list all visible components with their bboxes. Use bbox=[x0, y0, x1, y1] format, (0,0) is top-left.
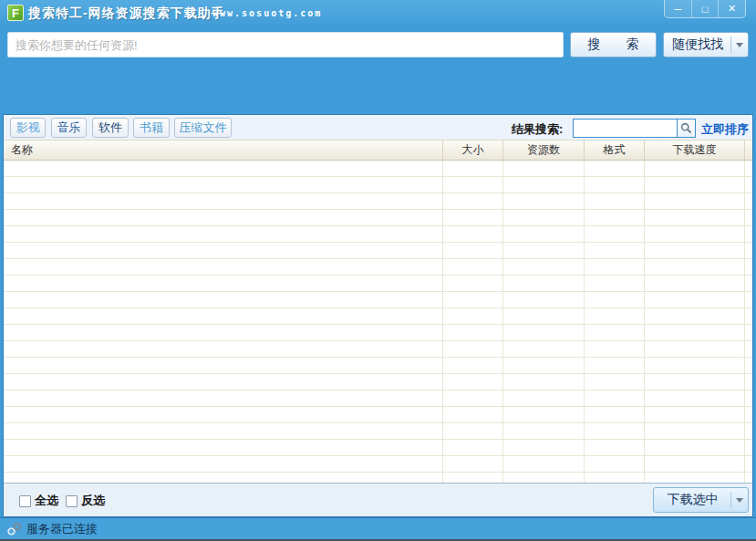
checkbox-icon[interactable] bbox=[19, 495, 31, 507]
app-icon: F bbox=[7, 5, 24, 21]
close-button[interactable]: ✕ bbox=[718, 0, 745, 17]
search-icon bbox=[680, 122, 692, 134]
result-search-label: 结果搜索: bbox=[512, 121, 563, 138]
column-header-format[interactable]: 格式 bbox=[584, 140, 644, 160]
column-gridline bbox=[442, 161, 443, 483]
selection-controls: 全选 反选 bbox=[19, 493, 105, 509]
category-tab-row: 影视 音乐 软件 书籍 压缩文件 结果搜索: 立即排序 bbox=[4, 115, 752, 140]
main-panel: 影视 音乐 软件 书籍 压缩文件 结果搜索: 立即排序 名称 大小 资源数 格式… bbox=[3, 114, 753, 517]
column-header-spacer bbox=[744, 140, 752, 160]
chevron-down-icon[interactable] bbox=[736, 43, 743, 47]
maximize-button[interactable]: □ bbox=[691, 0, 719, 17]
website-text: www.sosuotg.com bbox=[212, 8, 322, 18]
column-header-sources[interactable]: 资源数 bbox=[502, 140, 584, 160]
column-gridline bbox=[644, 161, 645, 483]
button-divider bbox=[730, 36, 731, 53]
tab-books[interactable]: 书籍 bbox=[133, 118, 170, 138]
tab-software[interactable]: 软件 bbox=[92, 118, 129, 138]
select-all-label: 全选 bbox=[35, 493, 58, 509]
titlebar: F 搜索特工-网络资源搜索下载助手 www.sosuotg.com ─ □ ✕ bbox=[0, 0, 756, 26]
status-bar: 服务器已连接 bbox=[0, 517, 756, 539]
random-find-button[interactable]: 随便找找 bbox=[663, 32, 749, 57]
chevron-down-icon[interactable] bbox=[736, 498, 743, 503]
checkbox-icon[interactable] bbox=[66, 495, 78, 507]
column-header-name[interactable]: 名称 bbox=[4, 140, 442, 160]
column-header-speed[interactable]: 下载速度 bbox=[644, 140, 744, 160]
download-selected-label: 下载选中 bbox=[668, 492, 719, 508]
app-window: F 搜索特工-网络资源搜索下载助手 www.sosuotg.com ─ □ ✕ … bbox=[0, 0, 756, 541]
invert-selection-checkbox[interactable]: 反选 bbox=[66, 493, 105, 509]
search-button[interactable]: 搜 索 bbox=[570, 32, 657, 57]
table-header: 名称 大小 资源数 格式 下载速度 bbox=[4, 140, 752, 161]
column-gridline bbox=[584, 161, 585, 483]
column-gridline bbox=[744, 161, 745, 483]
footer-bar: 全选 反选 下载选中 bbox=[4, 483, 752, 516]
sort-now-link[interactable]: 立即排序 bbox=[701, 121, 749, 138]
result-search-button[interactable] bbox=[677, 119, 696, 138]
tab-archives[interactable]: 压缩文件 bbox=[174, 118, 232, 138]
tab-music[interactable]: 音乐 bbox=[51, 118, 87, 138]
button-divider bbox=[730, 492, 731, 508]
result-table-body[interactable] bbox=[4, 161, 752, 483]
main-search-input[interactable] bbox=[7, 32, 564, 57]
window-title: 搜索特工-网络资源搜索下载助手 bbox=[28, 5, 225, 22]
column-gridline bbox=[502, 161, 503, 483]
result-filter-input[interactable] bbox=[573, 119, 677, 138]
select-all-checkbox[interactable]: 全选 bbox=[19, 493, 58, 509]
download-selected-button[interactable]: 下载选中 bbox=[653, 487, 749, 513]
tab-movies[interactable]: 影视 bbox=[10, 118, 46, 138]
random-find-label: 随便找找 bbox=[672, 36, 723, 53]
column-header-size[interactable]: 大小 bbox=[442, 140, 502, 160]
invert-selection-label: 反选 bbox=[81, 493, 105, 509]
minimize-button[interactable]: ─ bbox=[665, 0, 691, 17]
link-icon bbox=[7, 523, 22, 536]
window-controls: ─ □ ✕ bbox=[664, 0, 746, 18]
connection-status-text: 服务器已连接 bbox=[26, 521, 98, 537]
